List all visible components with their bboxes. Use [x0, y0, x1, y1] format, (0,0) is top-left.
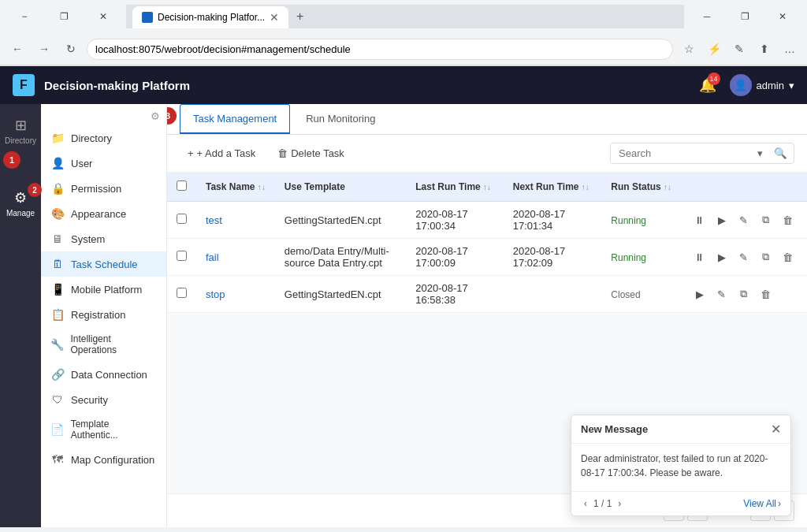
row-run-status: Closed: [601, 276, 681, 313]
share-button[interactable]: ⬆: [753, 38, 775, 60]
user-icon-menu: 👤: [50, 157, 65, 169]
refresh-button[interactable]: ↻: [60, 38, 82, 60]
sidebar-item-security[interactable]: 🛡 Security: [41, 387, 166, 412]
win-close-btn[interactable]: ✕: [764, 5, 801, 28]
action-delete-icon[interactable]: 🗑: [779, 247, 798, 266]
table-row: fail demo/Data Entry/Multi-source Data E…: [167, 239, 807, 276]
sidebar-item-template-auth-label: Template Authentic...: [71, 419, 157, 441]
popup-view-all-button[interactable]: View All ›: [743, 498, 781, 509]
sidebar-item-intelligent-ops[interactable]: 🔧 Intelligent Operations: [41, 327, 166, 362]
action-pause-icon[interactable]: ⏸: [690, 247, 709, 266]
action-play-icon[interactable]: ▶: [690, 285, 709, 303]
url-input[interactable]: [87, 39, 673, 60]
window-controls[interactable]: − ❐ ✕: [6, 5, 121, 28]
sort-icon-task-name[interactable]: ↑↓: [258, 183, 266, 192]
action-delete-icon[interactable]: 🗑: [757, 285, 775, 303]
sidebar-item-registration[interactable]: 📋 Registration: [41, 302, 166, 327]
sidebar-item-registration-label: Registration: [71, 309, 125, 321]
row-last-run-time: 2020-08-17 16:58:38: [406, 276, 503, 313]
action-icons: ⏸ ▶ ✎ ⧉ 🗑: [690, 210, 798, 229]
maximize-button[interactable]: ❐: [46, 5, 82, 28]
delete-task-button[interactable]: 🗑 Delete Task: [270, 143, 352, 163]
action-delete-icon[interactable]: 🗑: [779, 210, 798, 229]
popup-next-button[interactable]: ›: [615, 497, 624, 511]
tab-run-monitoring[interactable]: Run Monitoring: [293, 105, 388, 134]
action-edit-icon[interactable]: ✎: [734, 210, 753, 229]
task-schedule-icon: 🗓: [50, 258, 65, 270]
new-tab-button[interactable]: +: [288, 5, 311, 28]
extensions-button[interactable]: ⚡: [703, 38, 725, 60]
row-next-run-time: 2020-08-17 17:02:09: [504, 239, 602, 276]
action-copy-icon[interactable]: ⧉: [757, 247, 775, 266]
browser-tab[interactable]: Decision-making Platfor... ✕: [132, 6, 288, 28]
sidebar-item-data-connection[interactable]: 🔗 Data Connection: [41, 362, 166, 387]
sidebar-item-mobile-platform[interactable]: 📱 Mobile Platform: [41, 277, 166, 302]
row-run-status: Running: [601, 202, 681, 239]
bookmark-button[interactable]: ☆: [678, 38, 700, 60]
sidebar-item-task-schedule[interactable]: 🗓 Task Schedule: [41, 251, 166, 277]
row-actions: ⏸ ▶ ✎ ⧉ 🗑: [681, 202, 807, 239]
header-right: 🔔 14 👤 admin ▾: [695, 73, 794, 98]
row-checkbox[interactable]: [177, 288, 187, 298]
profile-button[interactable]: ✎: [728, 38, 750, 60]
forward-button[interactable]: →: [33, 38, 55, 60]
tab-close-button[interactable]: ✕: [270, 11, 279, 24]
notification-button[interactable]: 🔔 14: [695, 73, 720, 98]
template-auth-icon: 📄: [50, 423, 65, 436]
map-config-icon: 🗺: [50, 453, 65, 466]
tab-task-management[interactable]: Task Management: [180, 104, 290, 134]
search-go-button[interactable]: 🔍: [768, 143, 794, 163]
minimize-button[interactable]: −: [6, 5, 43, 28]
row-checkbox[interactable]: [177, 214, 187, 224]
sidebar-item-map-config[interactable]: 🗺 Map Configuration: [41, 447, 166, 472]
sidebar-settings-icon[interactable]: ⚙: [41, 107, 166, 125]
win-controls[interactable]: ─ ❐ ✕: [689, 5, 801, 28]
popup-footer: ‹ 1 / 1 › View All ›: [571, 491, 790, 515]
sidebar-item-system[interactable]: 🖥 System: [41, 226, 166, 251]
task-name-link[interactable]: stop: [206, 288, 225, 300]
sort-icon-next-run[interactable]: ↑↓: [582, 183, 589, 192]
action-copy-icon[interactable]: ⧉: [734, 285, 753, 303]
popup-pagination: ‹ 1 / 1 ›: [581, 497, 624, 511]
delete-task-icon: 🗑: [277, 147, 288, 159]
table-row: test GettingStartedEN.cpt 2020-08-17 17:…: [167, 202, 807, 239]
more-button[interactable]: …: [779, 38, 801, 60]
sidebar-item-security-label: Security: [71, 394, 108, 406]
back-button[interactable]: ←: [6, 38, 28, 60]
popup-prev-button[interactable]: ‹: [581, 497, 590, 511]
task-table: Task Name ↑↓ Use Template Last Run Time …: [167, 173, 807, 313]
action-pause-icon[interactable]: ⏸: [690, 210, 709, 229]
sidebar-item-map-config-label: Map Configuration: [71, 454, 154, 466]
sidebar-item-mobile-platform-label: Mobile Platform: [71, 284, 142, 296]
sort-icon-last-run[interactable]: ↑↓: [483, 183, 491, 192]
user-menu[interactable]: 👤 admin ▾: [730, 74, 794, 96]
permission-icon: 🔒: [50, 182, 65, 195]
sidebar-icon-directory[interactable]: ⊞ Directory: [3, 110, 38, 151]
task-name-link[interactable]: fail: [206, 251, 219, 263]
search-dropdown-button[interactable]: ▾: [753, 143, 768, 163]
close-button[interactable]: ✕: [85, 5, 121, 28]
row-last-run-time: 2020-08-17 17:00:09: [406, 239, 503, 276]
sidebar-item-user[interactable]: 👤 User: [41, 151, 166, 176]
win-restore-btn[interactable]: ❐: [727, 5, 763, 28]
action-edit-icon[interactable]: ✎: [734, 247, 753, 266]
sidebar-item-template-auth[interactable]: 📄 Template Authentic...: [41, 412, 166, 447]
add-task-button[interactable]: + + Add a Task: [180, 143, 263, 163]
win-minimize-btn[interactable]: ─: [689, 5, 725, 28]
select-all-checkbox[interactable]: [177, 180, 187, 191]
security-icon: 🛡: [50, 393, 65, 406]
action-edit-icon[interactable]: ✎: [712, 285, 731, 303]
task-name-link[interactable]: test: [206, 214, 222, 226]
popup-close-button[interactable]: ✕: [771, 422, 781, 437]
action-play-icon[interactable]: ▶: [712, 210, 731, 229]
action-play-icon[interactable]: ▶: [712, 247, 731, 266]
sidebar-item-directory[interactable]: 📁 Directory: [41, 125, 166, 151]
search-input[interactable]: [611, 143, 753, 163]
action-copy-icon[interactable]: ⧉: [757, 210, 775, 229]
sidebar-item-permission[interactable]: 🔒 Permission: [41, 176, 166, 201]
row-checkbox[interactable]: [177, 251, 187, 261]
add-task-label: + Add a Task: [197, 147, 256, 159]
sidebar-item-appearance[interactable]: 🎨 Appearance: [41, 201, 166, 226]
col-run-status: Run Status ↑↓: [601, 173, 681, 202]
sort-icon-run-status[interactable]: ↑↓: [664, 183, 671, 192]
